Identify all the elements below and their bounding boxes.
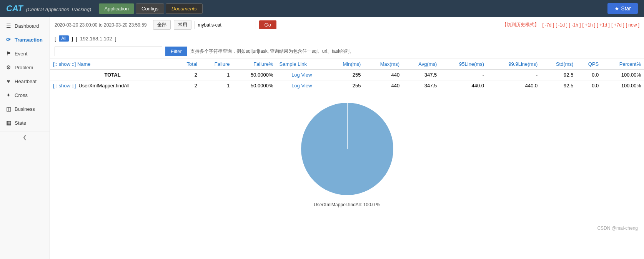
header-nav: Application Configs Documents <box>99 3 607 14</box>
history-mode-link[interactable]: 【切到历史模式】 <box>502 22 539 28</box>
pie-chart <box>297 99 397 199</box>
common-button[interactable]: 常用 <box>174 20 191 30</box>
search-input[interactable] <box>195 21 256 29</box>
filter-input[interactable] <box>55 47 162 56</box>
sidebar-collapse-button[interactable]: ❮ <box>0 132 50 142</box>
row-avg: 347.5 <box>403 80 440 91</box>
sidebar-item-transaction[interactable]: ⟳ Transaction <box>0 33 50 47</box>
layout: ☰ Dashboard ⟳ Transaction ⚑ Event ⚙ Prob… <box>0 17 644 259</box>
heartbeat-icon: ♥ <box>5 78 12 84</box>
time-link-plus1h[interactable]: [ +1h ] <box>582 22 596 28</box>
time-link-now[interactable]: [ now ] <box>626 22 639 28</box>
row-sample: Log View <box>276 80 327 91</box>
col-failure-pct: Failure% <box>233 59 276 70</box>
row-percent: 100.00% <box>602 70 644 80</box>
log-view-link[interactable]: Log View <box>291 83 312 89</box>
filter-section: Filter 支持多个字符串查询，例如sql|url|task, 查询结果为包含… <box>50 44 644 59</box>
row-sample: Log View <box>276 70 327 80</box>
sidebar-item-dashboard[interactable]: ☰ Dashboard <box>0 19 50 33</box>
breadcrumb-bar: [ All ] [ 192.168.1.102 ] <box>50 33 644 44</box>
star-button[interactable]: ★ Star <box>607 3 638 14</box>
time-link-1h[interactable]: [ -1h ] <box>569 22 581 28</box>
col-name: [:: show ::] Name <box>50 59 175 70</box>
business-icon: ◫ <box>5 106 12 112</box>
time-range: 2020-03-20 23:00:00 to 2020-03-20 23:59:… <box>55 22 147 28</box>
all-button[interactable]: 全部 <box>153 20 171 30</box>
row-max: 440 <box>364 70 403 80</box>
row-95line: - <box>440 70 487 80</box>
brand-cat: CAT <box>6 3 23 13</box>
row-failure-pct: 50.0000% <box>233 80 276 91</box>
sidebar-label-dashboard: Dashboard <box>15 23 39 29</box>
table-container: [:: show ::] Name Total Failure Failure%… <box>50 59 644 91</box>
transaction-table: [:: show ::] Name Total Failure Failure%… <box>50 59 644 91</box>
pie-label: UserXmlMapper.findAll: 100.0 % <box>314 202 380 207</box>
pie-label-value: 100.0 % <box>363 202 380 207</box>
filter-hint: 支持多个字符串查询，例如sql|url|task, 查询结果为包含任一sql、u… <box>190 48 354 55</box>
time-link-plus1d[interactable]: [ +1d ] <box>597 22 610 28</box>
event-icon: ⚑ <box>5 50 12 57</box>
row-total: 2 <box>175 80 200 91</box>
row-name: [:: show ::] UserXmlMapper.findAll <box>50 80 175 91</box>
row-total: 2 <box>175 70 200 80</box>
row-max: 440 <box>364 80 403 91</box>
sidebar-item-business[interactable]: ◫ Business <box>0 102 50 116</box>
sidebar-item-heartbeat[interactable]: ♥ Heartbeat <box>0 74 50 88</box>
col-failure: Failure <box>200 59 233 70</box>
sidebar-item-event[interactable]: ⚑ Event <box>0 47 50 60</box>
col-std: Std(ms) <box>541 59 576 70</box>
tag-ip[interactable]: 192.168.1.102 <box>80 36 112 42</box>
row-999line: 440.0 <box>487 80 541 91</box>
row-999line: - <box>487 70 541 80</box>
col-95line: 95Line(ms) <box>440 59 487 70</box>
row-percent: 100.00% <box>602 80 644 91</box>
sidebar: ☰ Dashboard ⟳ Transaction ⚑ Event ⚙ Prob… <box>0 17 50 259</box>
sidebar-label-cross: Cross <box>15 92 28 98</box>
row-name-total: TOTAL <box>50 70 175 80</box>
time-link-7d[interactable]: [ -7d ] <box>542 22 554 28</box>
header: CAT (Central Application Tracking) Appli… <box>0 0 644 17</box>
sidebar-item-state[interactable]: ▦ State <box>0 116 50 130</box>
footer-text: CSDN @mai-cheng <box>597 226 638 231</box>
time-link-plus7d[interactable]: [ +7d ] <box>611 22 624 28</box>
time-link-1d[interactable]: [ -1d ] <box>556 22 567 28</box>
col-min: Min(ms) <box>327 59 364 70</box>
row-show-link[interactable]: [:: show ::] <box>53 83 76 89</box>
row-min: 255 <box>327 80 364 91</box>
sidebar-label-event: Event <box>15 51 27 57</box>
go-button[interactable]: Go <box>259 20 276 29</box>
row-failure-pct: 50.0000% <box>233 70 276 80</box>
sidebar-item-problem[interactable]: ⚙ Problem <box>0 60 50 74</box>
table-row: TOTAL 2 1 50.0000% Log View 255 440 347.… <box>50 70 644 80</box>
sidebar-label-state: State <box>15 120 26 126</box>
sidebar-item-cross[interactable]: ✦ Cross <box>0 88 50 102</box>
filter-button[interactable]: Filter <box>165 47 187 56</box>
nav-application-button[interactable]: Application <box>99 3 134 14</box>
transaction-icon: ⟳ <box>5 37 12 43</box>
chart-section: UserXmlMapper.findAll: 100.0 % <box>50 91 644 223</box>
tag-all[interactable]: All <box>59 35 68 42</box>
log-view-link[interactable]: Log View <box>291 72 312 78</box>
nav-documents-button[interactable]: Documents <box>166 3 203 14</box>
nav-configs-button[interactable]: Configs <box>136 3 164 14</box>
collapse-icon: ❮ <box>23 134 27 140</box>
col-max: Max(ms) <box>364 59 403 70</box>
sidebar-label-problem: Problem <box>15 65 33 70</box>
brand: CAT (Central Application Tracking) <box>6 3 91 13</box>
row-name-value: UserXmlMapper.findAll <box>78 83 129 89</box>
row-min: 255 <box>327 70 364 80</box>
table-row: [:: show ::] UserXmlMapper.findAll 2 1 5… <box>50 80 644 91</box>
cross-icon: ✦ <box>5 92 12 98</box>
brand-subtitle: (Central Application Tracking) <box>26 7 92 12</box>
row-avg: 347.5 <box>403 70 440 80</box>
row-failure: 1 <box>200 70 233 80</box>
col-qps: QPS <box>576 59 602 70</box>
col-sample: Sample Link <box>276 59 327 70</box>
row-95line: 440.0 <box>440 80 487 91</box>
col-999line: 99.9Line(ms) <box>487 59 541 70</box>
show-toggle-header[interactable]: [:: show ::] <box>53 61 76 67</box>
problem-icon: ⚙ <box>5 64 12 70</box>
pie-svg <box>297 99 397 199</box>
pie-label-name: UserXmlMapper.findAll <box>314 202 361 207</box>
breadcrumb: [ All ] [ 192.168.1.102 ] <box>55 35 116 42</box>
